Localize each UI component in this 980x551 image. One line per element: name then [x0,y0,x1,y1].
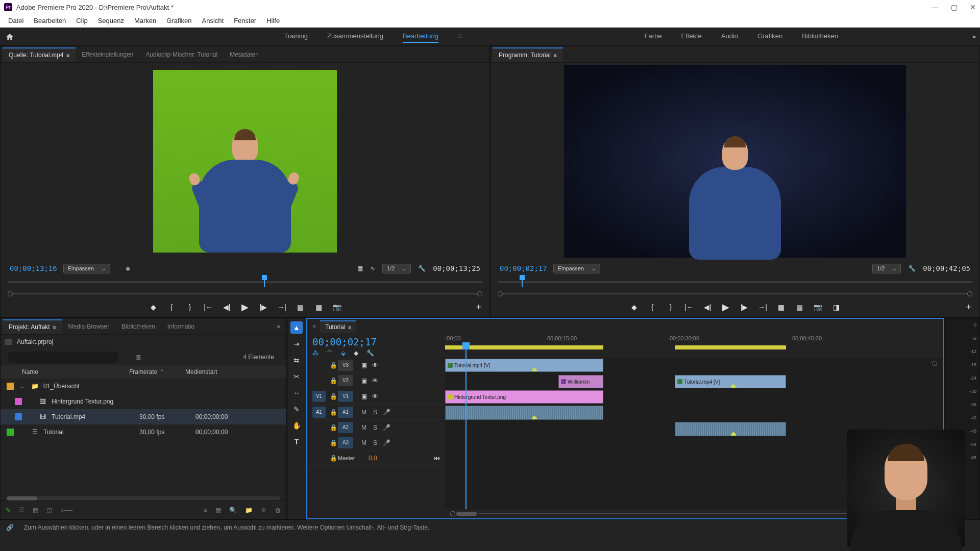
track-a3[interactable]: A3 [338,437,353,448]
menu-bearbeiten[interactable]: Bearbeiten [29,15,71,26]
menu-clip[interactable]: Clip [71,15,92,26]
timeline-settings-icon[interactable]: 🔧 [366,349,374,358]
ws-zusammenstellung[interactable]: Zusammenstellung [327,30,383,43]
timeline-audio-clip[interactable] [445,406,603,420]
maximize-button[interactable]: ▢ [951,3,958,11]
mute-button[interactable]: M [358,409,370,416]
track-select-tool[interactable]: ⇥ [290,338,303,350]
menu-marken[interactable]: Marken [129,15,161,26]
find-icon[interactable]: 🔍 [229,507,237,514]
ws-effekte[interactable]: Effekte [681,30,702,43]
track-output-icon[interactable]: ▣ [358,362,370,369]
timeline-clip[interactable]: Hintergrund Textur.png [445,390,603,404]
step-fwd-button[interactable]: |▶ [740,303,749,312]
timeline-audio-clip[interactable] [675,422,786,436]
timeline-timecode[interactable]: 00;00;02;17 [312,334,445,347]
step-fwd-button[interactable]: |▶ [259,303,268,312]
freeform-view-icon[interactable]: ◫ [46,507,52,514]
panel-menu-icon[interactable]: ≡ [554,53,557,58]
program-zoom-bar[interactable] [498,290,972,297]
source-patch-v1[interactable]: V1 [312,391,326,402]
menu-fenster[interactable]: Fenster [229,15,261,26]
solo-button[interactable]: S [370,409,381,416]
lock-icon[interactable]: 🔒 [329,393,338,400]
panel-menu-icon[interactable]: ≡ [53,324,56,330]
lock-icon[interactable]: 🔒 [329,439,338,446]
lock-icon[interactable]: 🔒 [329,409,338,416]
lock-icon[interactable]: 🔒 [329,455,338,462]
program-fit-dropdown[interactable]: Einpassen⌵ [553,264,600,273]
add-marker-icon[interactable]: ⬙ [341,349,346,358]
menu-datei[interactable]: Datei [3,15,29,26]
program-monitor-view[interactable] [491,63,979,260]
settings-icon[interactable]: 🔧 [418,265,426,272]
solo-button[interactable]: S [370,439,381,446]
step-back-button[interactable]: ◀| [222,303,231,312]
col-name[interactable]: Name [22,368,129,375]
program-res-dropdown[interactable]: 1/2⌵ [872,264,901,273]
expand-master-icon[interactable]: ⏮ [434,455,440,462]
col-framerate[interactable]: Framerate ⌃ [129,368,185,375]
ws-grafiken[interactable]: Grafiken [757,30,782,43]
button-editor-icon[interactable]: + [966,302,971,313]
ws-bearbeitung[interactable]: Bearbeitung [403,30,438,43]
compare-button[interactable]: ◨ [831,303,841,312]
program-timecode[interactable]: 00;00;02;17 [500,264,547,272]
program-marker-bar[interactable] [498,277,972,290]
voiceover-icon[interactable]: 🎤 [381,409,392,416]
add-marker-button[interactable]: ◆ [149,303,158,312]
menu-ansicht[interactable]: Ansicht [197,15,229,26]
tab-project[interactable]: Projekt: Auftakt≡ [3,319,62,334]
project-search-input[interactable] [8,352,118,363]
button-editor-icon[interactable]: + [476,302,481,313]
track-v1[interactable]: V1 [338,391,353,402]
settings-icon[interactable]: 🔧 [908,265,916,272]
icon-view-icon[interactable]: ▦ [33,507,38,514]
lock-icon[interactable]: 🔒 [329,424,338,431]
panel-menu-icon[interactable]: ≡ [349,324,352,330]
slip-tool[interactable]: ↔ [290,387,303,399]
drag-video-icon[interactable]: ▦ [357,265,363,272]
source-marker-bar[interactable] [8,277,482,290]
selection-tool[interactable]: ▲ [290,321,303,334]
track-output-icon[interactable]: ▣ [358,393,370,400]
menu-sequenz[interactable]: Sequenz [93,15,129,26]
drag-audio-icon[interactable]: ∿ [370,265,375,272]
timeline-clip[interactable]: Willkomm [558,375,603,388]
ws-farbe[interactable]: Farbe [645,30,662,43]
close-sequence-icon[interactable]: × [312,323,316,330]
type-tool[interactable]: T [290,436,303,448]
mark-in-button[interactable]: { [648,303,657,312]
tab-info[interactable]: Informatio [161,320,201,333]
mark-in-button[interactable]: { [167,303,176,312]
pen-tool[interactable]: ✎ [290,403,303,415]
panel-menu-icon[interactable]: ≡ [66,53,69,58]
tab-libraries[interactable]: Bibliotheken [115,320,161,333]
menu-grafiken[interactable]: Grafiken [161,15,197,26]
master-value[interactable]: 0,0 [369,455,377,462]
timeline-ruler[interactable]: ;00;00 00;00;15;00 00;00;30;00 00;00;45;… [445,334,943,358]
tab-audio-mixer[interactable]: Audioclip-Mischer: Tutorial [139,48,224,61]
tab-metadata[interactable]: Metadaten [224,48,265,61]
step-back-button[interactable]: ◀| [703,303,712,312]
source-zoom-bar[interactable] [8,290,482,297]
hand-tool[interactable]: ✋ [290,419,303,432]
ws-bibliotheken[interactable]: Bibliotheken [802,30,838,43]
col-mediastart[interactable]: Medienstart [185,368,217,375]
linked-selection-icon[interactable]: ⌒ [327,349,333,358]
play-button[interactable]: ▶ [721,303,730,312]
export-frame-button[interactable]: 📷 [332,303,341,312]
home-icon[interactable] [4,32,15,42]
ws-menu-icon[interactable]: ≡ [458,30,462,43]
mark-out-button[interactable]: } [185,303,194,312]
lock-icon[interactable]: 🔒 [329,362,338,369]
voiceover-icon[interactable]: 🎤 [381,439,392,446]
eye-icon[interactable]: 👁 [370,377,381,384]
ws-training[interactable]: Training [284,30,308,43]
mute-button[interactable]: M [358,439,370,446]
mark-out-button[interactable]: } [666,303,675,312]
lift-button[interactable]: ▦ [776,303,786,312]
lock-icon[interactable]: 🔒 [329,377,338,384]
extract-button[interactable]: ▦ [795,303,804,312]
track-output-icon[interactable]: ▣ [358,377,370,384]
